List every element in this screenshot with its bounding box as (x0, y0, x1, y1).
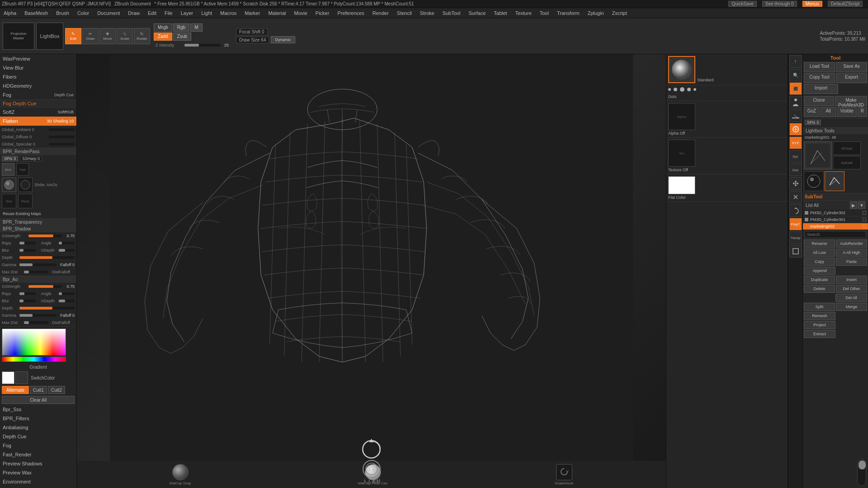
sidebar-orange-btn[interactable] (789, 123, 802, 136)
matcap-gray-item[interactable]: MatCap Gray (170, 464, 191, 485)
paste-button[interactable]: Paste (836, 258, 867, 266)
softz-item[interactable]: SoftZ SoftRGB (0, 108, 76, 117)
actual-thumb[interactable]: ACtual (833, 141, 861, 155)
sidebar-person-btn[interactable] (789, 96, 802, 108)
marketing-brush-thumb[interactable] (825, 171, 844, 191)
snakehook-item[interactable]: SnakeHook (555, 464, 573, 485)
goz-button[interactable]: GoZ (804, 107, 820, 117)
menu-color[interactable]: Color (75, 10, 91, 16)
menu-alpha[interactable]: Alpha (2, 10, 18, 16)
ssharp-badge[interactable]: SSHarp 0 (20, 156, 42, 161)
simple-brush-thumb[interactable] (804, 171, 824, 191)
sidebar-solo-btn[interactable]: Solo (789, 164, 802, 176)
menu-layer[interactable]: Layer (179, 10, 195, 16)
zsub-button[interactable]: Zsub (173, 33, 191, 41)
cyl301-visibility[interactable] (863, 218, 866, 221)
aahalf-thumb[interactable]: AAHalf (833, 156, 861, 169)
bpr-transparency-label[interactable]: BPR_Transparency (0, 219, 76, 225)
adjustments-item[interactable]: Adjustments (0, 486, 76, 488)
sidebar-floor-btn[interactable] (789, 109, 802, 122)
wax-preview-item[interactable]: WaxPreview (0, 54, 76, 63)
fibers-item[interactable]: Fibers (0, 72, 76, 81)
scale-button[interactable]: ⤡ Scale (117, 28, 133, 44)
menu-movie[interactable]: Movie (292, 10, 309, 16)
mrgb-button[interactable]: Mrgb (154, 23, 172, 32)
bpr-shadow-label[interactable]: BPR_Shadow (0, 225, 76, 232)
spix-badge2[interactable]: SPix 3 (805, 120, 821, 125)
scroll-thumb[interactable] (857, 459, 866, 486)
menu-basemesh[interactable]: BaseMesh (23, 10, 50, 16)
best-thumb[interactable]: Best (2, 163, 14, 176)
visible-button[interactable]: Visible (837, 107, 857, 117)
pm3d-cyl302-item[interactable]: PM3D_Cylinder302 (803, 210, 868, 216)
alpha-off-thumb[interactable]: Alpha (668, 103, 695, 130)
menu-material[interactable]: Material (266, 10, 288, 16)
menu-light[interactable]: Light (199, 10, 214, 16)
save-as-button[interactable]: Save As (836, 62, 867, 72)
sidebar-transp-btn[interactable]: Transp (789, 231, 802, 244)
menu-tool[interactable]: Tool (538, 10, 551, 16)
all-low-button[interactable]: All Low (804, 249, 835, 257)
marketing002-item[interactable]: marketing002 (803, 223, 868, 230)
menus-btn[interactable]: Menus (802, 1, 822, 7)
all-button[interactable]: All (821, 107, 836, 117)
clone-button[interactable]: Clone (804, 96, 834, 106)
copy-button[interactable]: Copy (804, 258, 835, 266)
import-button[interactable]: Import (804, 84, 838, 94)
preview-shadows-item[interactable]: Preview Shadows (0, 459, 76, 468)
bpr-ao-label[interactable]: Bpr_Ao (0, 276, 76, 283)
primary-color-swatch[interactable] (2, 371, 14, 384)
sidebar-polyt-btn[interactable]: PolyT (789, 218, 802, 230)
insert-button[interactable]: Insert (836, 276, 867, 284)
menu-picker[interactable]: Picker (314, 10, 331, 16)
remesh-button[interactable]: Remesh (804, 312, 835, 320)
sidebar-scroll-btn[interactable]: ↑ (789, 55, 802, 68)
menu-tablet[interactable]: Tablet (492, 10, 509, 16)
split-button[interactable]: Split (804, 303, 835, 311)
texture-off-thumb[interactable]: Tex (668, 140, 695, 167)
rename-button[interactable]: Rename (804, 239, 835, 248)
edit-button[interactable]: ✎ Edit (65, 28, 81, 44)
list-arrow-right[interactable]: ▶ (850, 202, 857, 209)
menu-macros[interactable]: Macros (218, 10, 238, 16)
cutt2-button[interactable]: Cutt2 (48, 386, 65, 394)
extract-button[interactable]: Extract (804, 330, 835, 338)
sidebar-dynamic-btn[interactable]: Dyn (789, 150, 802, 163)
alternate-button[interactable]: Alternate (2, 386, 29, 394)
zadd-button[interactable]: Zadd (154, 33, 172, 41)
marketing-visibility[interactable] (863, 225, 866, 228)
del-all-button[interactable]: Del All (835, 294, 867, 302)
del-other-button[interactable]: Del Other (836, 285, 867, 293)
rgb-button[interactable]: Rgb (173, 23, 189, 32)
autoreorder-button[interactable]: AutoReorder (836, 239, 867, 248)
reuse-maps-item[interactable]: Reuse Existing Maps (0, 209, 76, 218)
flatten-item[interactable]: Flatten 3D Shading 10 (0, 117, 76, 126)
menu-file[interactable]: File (163, 10, 175, 16)
flat-color-swatch[interactable] (668, 176, 695, 194)
menu-draw[interactable]: Draw (126, 10, 142, 16)
viewport[interactable]: 人人素材 人人素材 人人素材 人人素材 人人素材 人人素材 人人素材 人人素材 … (77, 54, 666, 461)
clear-all-button[interactable]: Clear All (2, 396, 75, 404)
menu-stencil[interactable]: Stencil (395, 10, 414, 16)
bpr-renderpass-label[interactable]: BPR_RenderPass (0, 148, 76, 155)
list-arrow-down[interactable]: ▼ (858, 202, 865, 209)
dynamic-button[interactable]: Dynamic (271, 36, 295, 43)
merge-button[interactable]: Merge (836, 303, 867, 311)
defaultzscript-btn[interactable]: DefaultZScript (828, 1, 863, 7)
sidebar-aa-btn[interactable]: ⬛ (789, 82, 802, 95)
main-thumb[interactable] (804, 141, 832, 169)
menu-texture[interactable]: Texture (514, 10, 533, 16)
sidebar-sym-btn[interactable]: XYZ (789, 136, 802, 149)
sidebar-scale-btn2[interactable] (789, 191, 802, 203)
menu-preferences[interactable]: Preferences (335, 10, 366, 16)
delete-button[interactable]: Delete (804, 285, 835, 293)
menu-zscript[interactable]: Zscript (610, 10, 629, 16)
menu-zplugin[interactable]: Zplugin (586, 10, 606, 16)
sidebar-zoom-btn[interactable]: 🔍 (789, 69, 802, 81)
list-all-button[interactable]: List All ▶ ▼ (803, 201, 868, 210)
hd-geometry-item[interactable]: HDGeometry (0, 81, 76, 90)
fast-thumb[interactable]: Fast (16, 163, 29, 176)
fog-item2[interactable]: Fog (0, 441, 76, 450)
sidebar-move-btn2[interactable] (789, 177, 802, 190)
lightbox-button[interactable]: LightBox (36, 23, 63, 50)
